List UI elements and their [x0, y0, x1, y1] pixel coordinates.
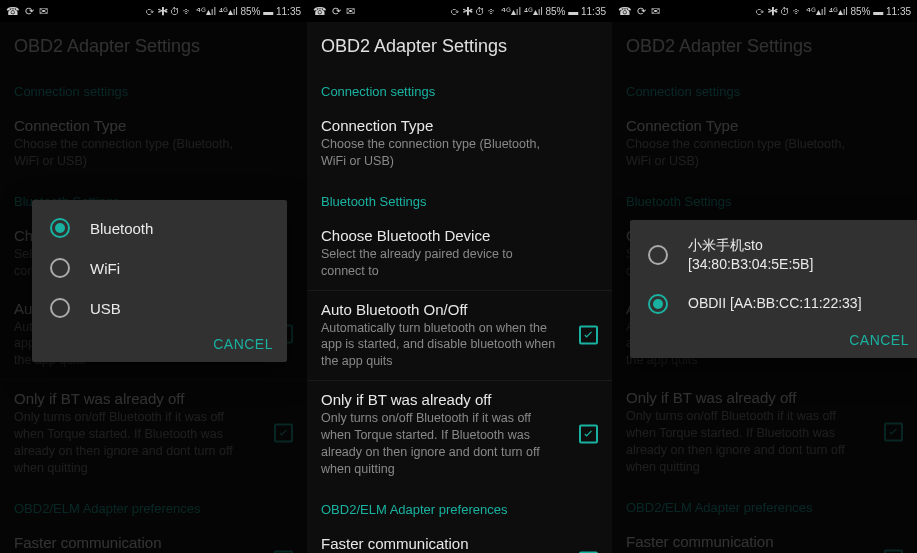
item-connection-type[interactable]: Connection Type Choose the connection ty…	[307, 107, 612, 180]
status-right: ⟳ ✱ ⏱ ᯤ ⁴ᴳ▴ıl ⁴ᴳ▴ıl 85% ▬ 11:35	[755, 6, 911, 17]
radio-option-device-0[interactable]: 小米手机sto [34:80:B3:04:5E:5B]	[630, 226, 917, 284]
status-bar: ☎ ⟳ ✉ ⟳ ✱ ⏱ ᯤ ⁴ᴳ▴ıl ⁴ᴳ▴ıl 85% ▬ 11:35	[612, 0, 917, 22]
radio-option-device-1[interactable]: OBDII [AA:BB:CC:11:22:33]	[630, 284, 917, 324]
phone-3: ☎ ⟳ ✉ ⟳ ✱ ⏱ ᯤ ⁴ᴳ▴ıl ⁴ᴳ▴ıl 85% ▬ 11:35 OB…	[612, 0, 917, 553]
checkbox-icon[interactable]	[579, 326, 598, 345]
status-right: ⟳ ✱ ⏱ ᯤ ⁴ᴳ▴ıl ⁴ᴳ▴ıl 85% ▬ 11:35	[145, 6, 301, 17]
status-bar: ☎ ⟳ ✉ ⟳ ✱ ⏱ ᯤ ⁴ᴳ▴ıl ⁴ᴳ▴ıl 85% ▬ 11:35	[307, 0, 612, 22]
dialog-connection-type: Bluetooth WiFi USB CANCEL	[32, 200, 287, 362]
radio-option-wifi[interactable]: WiFi	[32, 248, 287, 288]
status-left: ☎ ⟳ ✉	[6, 5, 49, 18]
checkbox-icon[interactable]	[579, 425, 598, 444]
item-faster[interactable]: Faster communication Attempt faster comm…	[307, 525, 612, 553]
item-only-off[interactable]: Only if BT was already off Only turns on…	[307, 381, 612, 488]
app-bar: OBD2 Adapter Settings	[307, 22, 612, 70]
status-left: ☎ ⟳ ✉	[313, 5, 356, 18]
page-title: OBD2 Adapter Settings	[321, 36, 507, 57]
radio-icon	[648, 245, 668, 265]
phone-1: ☎ ⟳ ✉ ⟳ ✱ ⏱ ᯤ ⁴ᴳ▴ıl ⁴ᴳ▴ıl 85% ▬ 11:35 OB…	[0, 0, 307, 553]
status-left: ☎ ⟳ ✉	[618, 5, 661, 18]
status-bar: ☎ ⟳ ✉ ⟳ ✱ ⏱ ᯤ ⁴ᴳ▴ıl ⁴ᴳ▴ıl 85% ▬ 11:35	[0, 0, 307, 22]
radio-icon	[50, 298, 70, 318]
radio-option-bluetooth[interactable]: Bluetooth	[32, 208, 287, 248]
dialog-choose-device: 小米手机sto [34:80:B3:04:5E:5B] OBDII [AA:BB…	[630, 220, 917, 358]
section-connection: Connection settings	[307, 70, 612, 107]
cancel-button[interactable]: CANCEL	[849, 332, 909, 348]
cancel-button[interactable]: CANCEL	[213, 336, 273, 352]
radio-icon	[50, 258, 70, 278]
radio-option-usb[interactable]: USB	[32, 288, 287, 328]
status-right: ⟳ ✱ ⏱ ᯤ ⁴ᴳ▴ıl ⁴ᴳ▴ıl 85% ▬ 11:35	[450, 6, 606, 17]
section-bluetooth: Bluetooth Settings	[307, 180, 612, 217]
section-elm: OBD2/ELM Adapter preferences	[307, 488, 612, 525]
radio-icon	[50, 218, 70, 238]
item-auto-bt[interactable]: Auto Bluetooth On/Off Automatically turn…	[307, 291, 612, 381]
radio-icon	[648, 294, 668, 314]
phone-2: ☎ ⟳ ✉ ⟳ ✱ ⏱ ᯤ ⁴ᴳ▴ıl ⁴ᴳ▴ıl 85% ▬ 11:35 OB…	[307, 0, 612, 553]
item-choose-bt[interactable]: Choose Bluetooth Device Select the alrea…	[307, 217, 612, 290]
